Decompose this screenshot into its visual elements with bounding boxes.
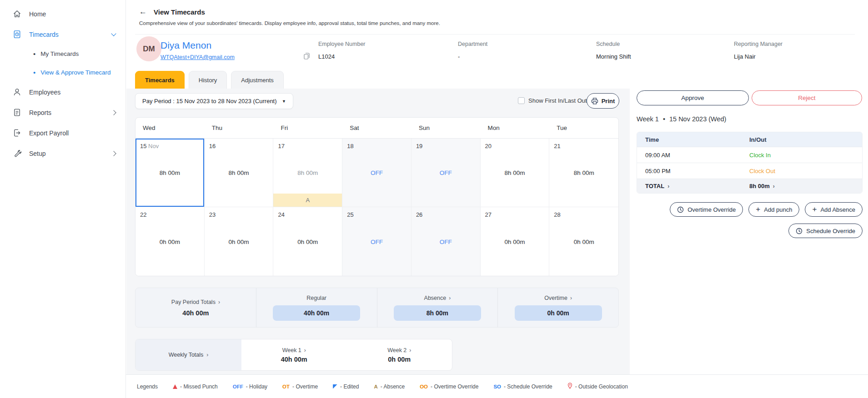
calendar-cell[interactable]: 208h 00m — [481, 139, 550, 207]
field-label: Reporting Manager — [734, 41, 783, 47]
pay-period-dropdown[interactable]: Pay Period : 15 Nov 2023 to 28 Nov 2023 … — [135, 93, 293, 109]
field-department: Department - — [458, 41, 487, 60]
bullet-icon: • — [33, 50, 35, 57]
calendar-cell[interactable]: 25OFF — [342, 207, 411, 276]
show-first-last-toggle: Show First In/Last Out — [518, 97, 587, 104]
week2-label: Week 2 — [387, 347, 406, 353]
plus-icon: + — [756, 205, 760, 213]
back-arrow-icon[interactable]: ← — [139, 7, 147, 16]
header-divider — [135, 34, 855, 35]
calendar-cell[interactable]: 168h 00m — [205, 139, 274, 207]
punch-status: Clock In — [749, 152, 862, 159]
day-header: Mon — [481, 124, 550, 131]
overtime-override-label: Overtime Override — [687, 206, 736, 213]
clock-icon — [677, 206, 684, 213]
sidebar-item-label: Home — [29, 10, 46, 18]
calendar-cell[interactable]: 240h 00m — [273, 207, 342, 276]
sidebar: Home Timecards • My Timecards • View & A… — [0, 0, 126, 398]
add-punch-button[interactable]: + Add punch — [748, 202, 799, 217]
day-number: 27 — [485, 211, 492, 218]
punch-time: 09:00 AM — [637, 152, 749, 159]
cell-hours: 0h 00m — [549, 238, 618, 245]
calendar-cell[interactable]: 230h 00m — [205, 207, 274, 276]
report-icon — [13, 108, 21, 117]
table-row[interactable]: 05:00 PM Clock Out — [637, 163, 862, 179]
calendar-cell[interactable]: 26OFF — [411, 207, 481, 276]
legend-bar: Legends - Missed PunchOFF - HolidayOT - … — [126, 374, 868, 398]
day-header: Sun — [411, 124, 481, 131]
page-title: View Timecards — [154, 8, 205, 16]
tab-adjustments[interactable]: Adjustments — [231, 71, 284, 89]
approve-button[interactable]: Approve — [637, 90, 749, 105]
sidebar-item-timecards[interactable]: Timecards — [0, 24, 125, 45]
dot-separator: • — [663, 115, 665, 123]
sidebar-item-reports[interactable]: Reports — [0, 102, 125, 123]
calendar-cell[interactable]: 19OFF — [411, 139, 481, 207]
legend-absence: A - Absence — [374, 383, 405, 390]
absence-value: 8h 00m — [394, 305, 481, 321]
calendar-day-headers: WedThuFriSatSunMonTue — [135, 118, 618, 139]
reject-button[interactable]: Reject — [752, 90, 862, 105]
day-number: 21 — [554, 143, 560, 149]
totals-summary[interactable]: Pay Period Totals› 40h 00m — [135, 288, 256, 327]
printer-icon — [591, 98, 598, 104]
field-schedule: Schedule Morning Shift — [596, 41, 631, 60]
clock-icon — [796, 228, 803, 234]
sidebar-item-my-timecards[interactable]: • My Timecards — [0, 45, 125, 63]
tab-history[interactable]: History — [189, 71, 227, 89]
calendar-cell[interactable]: 178h 00mA — [273, 139, 342, 207]
total-row[interactable]: TOTAL› 8h 00m› — [637, 179, 862, 193]
print-button[interactable]: Print — [587, 93, 619, 109]
calendar-cell[interactable]: 18OFF — [342, 139, 411, 207]
employee-email-link[interactable]: WTQAtest+DIYA@gmail.com — [161, 54, 235, 60]
chevron-right-icon: › — [304, 347, 306, 353]
day-number: 20 — [485, 143, 492, 149]
pay-period-totals: Pay Period Totals› 40h 00m Regular 40h 0… — [135, 288, 619, 328]
chevron-right-icon: › — [409, 347, 411, 353]
table-row[interactable]: 09:00 AM Clock In — [637, 147, 862, 163]
weekly-week-1[interactable]: Week 1› 40h 00m — [241, 339, 347, 370]
weekly-totals-label[interactable]: Weekly Totals› — [135, 339, 241, 370]
show-first-last-checkbox[interactable] — [518, 97, 525, 104]
overtime-override-icon: OO — [420, 384, 428, 389]
cell-hours: OFF — [342, 169, 411, 176]
sidebar-item-setup[interactable]: Setup — [0, 143, 125, 164]
calendar-week-1: 15 Nov8h 00m168h 00m178h 00mA18OFF19OFF2… — [135, 139, 618, 207]
legend-label: - Overtime — [292, 383, 318, 390]
sidebar-item-home[interactable]: Home — [0, 4, 125, 24]
totals-overtime[interactable]: Overtime› 0h 00m — [498, 288, 618, 327]
field-reporting-manager: Reporting Manager Lija Nair — [734, 41, 783, 60]
calendar-cell[interactable]: 280h 00m — [549, 207, 618, 276]
day-number: 15 Nov — [140, 143, 159, 149]
day-number: 17 — [278, 143, 284, 149]
calendar-cell[interactable]: 220h 00m — [135, 207, 205, 276]
employee-name[interactable]: Diya Menon — [161, 40, 211, 51]
calendar-week-2: 220h 00m230h 00m240h 00m25OFF26OFF270h 0… — [135, 207, 618, 276]
calendar-cell[interactable]: 218h 00m — [549, 139, 618, 207]
legend-label: - Edited — [340, 383, 359, 390]
field-value: Lija Nair — [734, 53, 783, 60]
calendar-cell[interactable]: 270h 00m — [481, 207, 550, 276]
chevron-down-icon — [111, 31, 116, 36]
sidebar-item-export-payroll[interactable]: Export Payroll — [0, 123, 125, 143]
sidebar-item-label: Export Payroll — [29, 129, 69, 137]
totals-absence[interactable]: Absence› 8h 00m — [377, 288, 498, 327]
weekly-week-2[interactable]: Week 2› 0h 00m — [347, 339, 452, 370]
tab-timecards[interactable]: Timecards — [135, 71, 185, 89]
overtime-override-button[interactable]: Overtime Override — [670, 202, 743, 217]
schedule-override-icon: SO — [493, 384, 501, 389]
add-absence-button[interactable]: + Add Absence — [805, 202, 863, 217]
missed-punch-icon — [173, 384, 177, 389]
sidebar-item-employees[interactable]: Employees — [0, 82, 125, 102]
calendar-cell[interactable]: 15 Nov8h 00m — [135, 139, 205, 207]
setup-icon — [13, 149, 21, 158]
legend-schedule-override: SO - Schedule Override — [493, 383, 552, 390]
schedule-override-button[interactable]: Schedule Override — [788, 224, 863, 238]
outside-geolocation-icon — [567, 383, 572, 390]
totals-label: Pay Period Totals — [171, 299, 216, 305]
timecard-calendar: WedThuFriSatSunMonTue 15 Nov8h 00m168h 0… — [135, 117, 619, 276]
sidebar-item-view-approve-timecard[interactable]: • View & Approve Timecard — [0, 63, 125, 82]
print-label: Print — [602, 98, 615, 104]
overtime-label: Overtime — [544, 295, 567, 301]
copy-icon[interactable] — [304, 53, 310, 61]
